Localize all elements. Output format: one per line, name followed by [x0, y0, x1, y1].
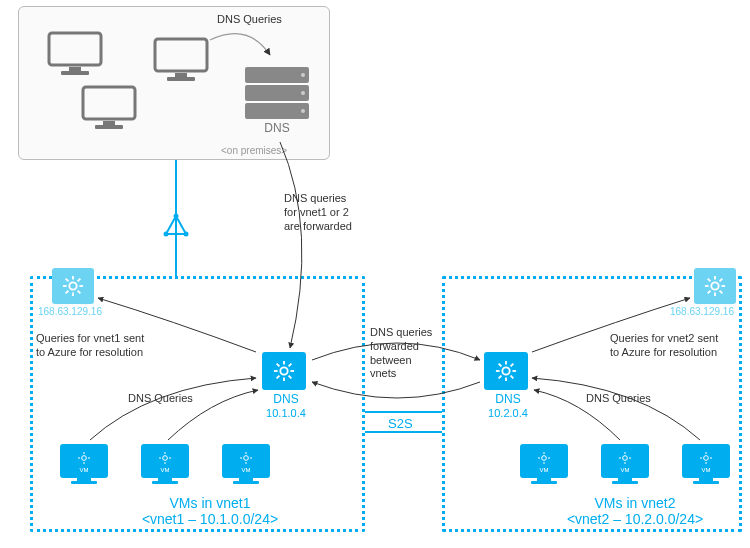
svg-point-18 — [711, 282, 718, 289]
monitor-icon — [81, 85, 137, 133]
vm-icon: VM — [601, 444, 649, 484]
svg-point-79 — [184, 232, 189, 237]
svg-line-44 — [511, 364, 514, 367]
svg-line-41 — [499, 364, 502, 367]
dns-vnet1-label: DNS 10.1.0.4 — [258, 392, 314, 420]
svg-rect-7 — [103, 121, 115, 125]
gear-icon — [62, 275, 84, 297]
svg-point-77 — [174, 214, 179, 219]
svg-rect-3 — [155, 39, 207, 71]
vnet2-dns-queries-annotation: DNS Queries — [586, 392, 651, 406]
svg-line-23 — [708, 279, 711, 282]
svg-line-24 — [720, 291, 723, 294]
vm-icon: VM — [682, 444, 730, 484]
svg-point-45 — [82, 455, 87, 460]
svg-line-35 — [289, 364, 292, 367]
svg-line-15 — [78, 291, 81, 294]
vnet1-vms-label: VMs in vnet1 — [170, 495, 251, 511]
svg-line-42 — [511, 376, 514, 379]
dns-vnet2-ip: 10.2.0.4 — [488, 407, 528, 419]
svg-point-70 — [704, 455, 709, 460]
svg-point-50 — [163, 455, 168, 460]
svg-line-14 — [66, 279, 69, 282]
vm-icon: VM — [520, 444, 568, 484]
vnet1-to-azure-annotation: Queries for vnet1 sent to Azure for reso… — [36, 332, 144, 360]
vnet1-dns-queries-annotation: DNS Queries — [128, 392, 193, 406]
dns-vnet1-icon — [262, 352, 306, 390]
dns-vnet2-icon — [484, 352, 528, 390]
gear-icon — [704, 275, 726, 297]
dns-vnet2-text: DNS — [495, 392, 520, 406]
svg-line-26 — [720, 279, 723, 282]
svg-rect-1 — [69, 67, 81, 71]
azure-dns-ip-vnet2: 168.63.129.16 — [670, 306, 734, 317]
svg-line-16 — [66, 291, 69, 294]
svg-marker-76 — [166, 216, 186, 234]
on-premises-label: <on premises> — [221, 145, 287, 156]
between-vnets-annotation: DNS queries forwarded between vnets — [370, 326, 432, 381]
dns-vnet1-text: DNS — [273, 392, 298, 406]
gear-icon — [273, 360, 295, 382]
on-premises-box: DNS DNS Queries <on premises> — [18, 6, 330, 160]
monitor-icon — [47, 31, 103, 79]
svg-point-55 — [244, 455, 249, 460]
forwarded-annotation: DNS queries for vnet1 or 2 are forwarded — [284, 192, 352, 233]
svg-point-27 — [280, 367, 287, 374]
server-icon: DNS — [245, 67, 309, 135]
svg-point-78 — [164, 232, 169, 237]
vnet1-range: <vnet1 – 10.1.0.0/24> — [120, 511, 300, 527]
onprem-dns-label: DNS — [245, 121, 309, 135]
vnet2-to-azure-annotation: Queries for vnet2 sent to Azure for reso… — [610, 332, 718, 360]
svg-rect-6 — [83, 87, 135, 119]
svg-point-9 — [69, 282, 76, 289]
svg-line-43 — [499, 376, 502, 379]
svg-rect-5 — [167, 77, 195, 81]
vm-icon: VM — [141, 444, 189, 484]
svg-line-32 — [277, 364, 280, 367]
vm-icon: VM — [222, 444, 270, 484]
azure-dns-ip-vnet1: 168.63.129.16 — [38, 306, 102, 317]
vm-icon: VM — [60, 444, 108, 484]
vnet2-title: VMs in vnet2 <vnet2 – 10.2.0.0/24> — [540, 495, 730, 527]
vnet1-title: VMs in vnet1 <vnet1 – 10.1.0.0/24> — [120, 495, 300, 527]
svg-point-65 — [623, 455, 628, 460]
svg-line-25 — [708, 291, 711, 294]
vnet2-vms-label: VMs in vnet2 — [595, 495, 676, 511]
svg-point-60 — [542, 455, 547, 460]
onprem-dns-queries-label: DNS Queries — [217, 13, 282, 27]
svg-line-34 — [277, 376, 280, 379]
azure-dns-vnet2-icon — [694, 268, 736, 304]
dns-vnet1-ip: 10.1.0.4 — [266, 407, 306, 419]
monitor-icon — [153, 37, 209, 85]
s2s-label: S2S — [388, 416, 413, 431]
gateway-triangle-icon — [164, 214, 189, 237]
svg-line-17 — [78, 279, 81, 282]
svg-rect-4 — [175, 73, 187, 77]
svg-line-33 — [289, 376, 292, 379]
vnet2-range: <vnet2 – 10.2.0.0/24> — [540, 511, 730, 527]
svg-rect-2 — [61, 71, 89, 75]
dns-vnet2-label: DNS 10.2.0.4 — [480, 392, 536, 420]
gear-icon — [495, 360, 517, 382]
svg-point-36 — [502, 367, 509, 374]
svg-rect-0 — [49, 33, 101, 65]
azure-dns-vnet1-icon — [52, 268, 94, 304]
svg-rect-8 — [95, 125, 123, 129]
